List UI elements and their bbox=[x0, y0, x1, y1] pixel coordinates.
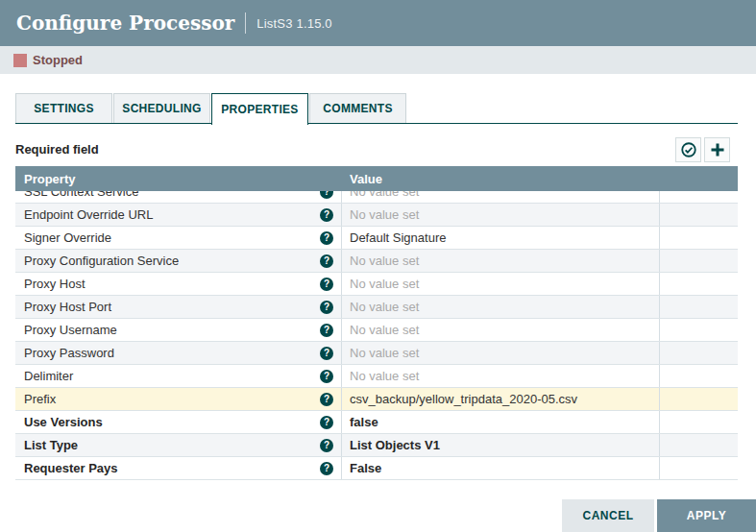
required-field-label: Required field bbox=[15, 142, 99, 157]
property-name: Requester Pays bbox=[15, 461, 320, 475]
row-extra-cell bbox=[659, 296, 738, 318]
property-name-cell: Proxy Configuration Service? bbox=[15, 250, 341, 272]
plus-icon bbox=[709, 141, 726, 158]
table-row: Signer Override?Default Signature bbox=[15, 227, 738, 250]
property-name: Signer Override bbox=[15, 230, 320, 245]
property-name-cell: Requester Pays? bbox=[15, 457, 341, 479]
help-icon[interactable]: ? bbox=[320, 370, 333, 383]
tab-settings[interactable]: SETTINGS bbox=[15, 93, 112, 123]
help-icon[interactable]: ? bbox=[320, 416, 333, 429]
dialog-tabs: SETTINGSSCHEDULINGPROPERTIESCOMMENTS bbox=[15, 93, 407, 125]
processor-name-version: ListS3 1.15.0 bbox=[256, 16, 332, 31]
property-name-cell: Proxy Password? bbox=[15, 342, 341, 364]
property-value[interactable]: No value set bbox=[341, 273, 659, 295]
row-extra-cell bbox=[659, 342, 738, 364]
property-name-cell: List Type? bbox=[15, 434, 341, 456]
property-name-cell: Delimiter? bbox=[15, 365, 341, 387]
add-property-button[interactable] bbox=[704, 137, 730, 162]
property-value[interactable]: List Objects V1 bbox=[341, 434, 659, 456]
row-extra-cell bbox=[659, 319, 738, 341]
property-value[interactable]: No value set bbox=[341, 204, 659, 226]
help-icon[interactable]: ? bbox=[320, 231, 333, 245]
help-icon[interactable]: ? bbox=[320, 208, 333, 222]
row-extra-cell bbox=[659, 411, 738, 433]
property-name: SSL Context Service bbox=[15, 191, 320, 199]
help-icon[interactable]: ? bbox=[320, 347, 333, 360]
property-name-cell: Endpoint Override URL? bbox=[15, 204, 341, 226]
row-extra-cell bbox=[659, 204, 738, 226]
property-name-cell: Signer Override? bbox=[15, 227, 341, 249]
help-icon[interactable]: ? bbox=[320, 393, 333, 406]
property-name: Delimiter bbox=[15, 369, 320, 383]
dialog-title: Configure Processor bbox=[16, 12, 234, 35]
stopped-status-icon bbox=[13, 54, 27, 67]
property-name: Proxy Username bbox=[15, 323, 320, 337]
property-name: Use Versions bbox=[15, 415, 320, 429]
property-name: Prefix bbox=[15, 392, 320, 406]
cancel-button[interactable]: CANCEL bbox=[562, 499, 654, 532]
property-value[interactable]: No value set bbox=[341, 319, 659, 341]
table-row: Proxy Username?No value set bbox=[15, 319, 738, 342]
status-label: Stopped bbox=[33, 53, 83, 67]
property-name: Proxy Host Port bbox=[15, 300, 320, 314]
dialog-titlebar: Configure Processor ListS3 1.15.0 bbox=[0, 0, 756, 46]
row-extra-cell bbox=[659, 191, 738, 203]
property-value[interactable]: No value set bbox=[341, 365, 659, 387]
property-name-cell: SSL Context Service? bbox=[15, 191, 341, 203]
table-row: Use Versions?false bbox=[15, 411, 738, 434]
property-column-header: Property bbox=[15, 172, 75, 186]
help-icon[interactable]: ? bbox=[320, 324, 333, 337]
verify-properties-button[interactable] bbox=[675, 137, 701, 162]
property-value[interactable]: No value set bbox=[341, 342, 659, 364]
row-extra-cell bbox=[659, 388, 738, 410]
row-extra-cell bbox=[659, 434, 738, 456]
table-row: SSL Context Service?No value set bbox=[15, 191, 738, 204]
properties-table-body[interactable]: SSL Context Service?No value setEndpoint… bbox=[15, 191, 738, 480]
property-name: Proxy Configuration Service bbox=[15, 254, 320, 268]
property-name: Proxy Password bbox=[15, 346, 320, 360]
property-value[interactable]: No value set bbox=[341, 191, 659, 203]
properties-table-header: Property Value bbox=[15, 166, 738, 191]
table-row: Prefix?csv_backup/yellow_tripdata_2020-0… bbox=[15, 388, 738, 411]
property-value[interactable]: false bbox=[341, 411, 659, 433]
tab-scheduling[interactable]: SCHEDULING bbox=[113, 93, 210, 123]
property-value[interactable]: No value set bbox=[341, 296, 659, 318]
property-name-cell: Use Versions? bbox=[15, 411, 341, 433]
property-name-cell: Proxy Username? bbox=[15, 319, 341, 341]
table-row: Endpoint Override URL?No value set bbox=[15, 204, 738, 227]
table-row: Requester Pays?False bbox=[15, 457, 738, 480]
properties-toolbar bbox=[675, 137, 730, 162]
property-name-cell: Proxy Host? bbox=[15, 273, 341, 295]
property-name-cell: Proxy Host Port? bbox=[15, 296, 341, 318]
row-extra-cell bbox=[659, 250, 738, 272]
row-extra-cell bbox=[659, 365, 738, 387]
tab-properties[interactable]: PROPERTIES bbox=[211, 93, 308, 125]
property-value[interactable]: False bbox=[341, 457, 659, 479]
help-icon[interactable]: ? bbox=[320, 462, 333, 475]
property-name: Endpoint Override URL bbox=[15, 207, 320, 222]
apply-button[interactable]: APPLY bbox=[657, 499, 756, 532]
tab-comments[interactable]: COMMENTS bbox=[309, 93, 406, 123]
property-value[interactable]: No value set bbox=[341, 250, 659, 272]
property-value[interactable]: csv_backup/yellow_tripdata_2020-05.csv bbox=[341, 388, 659, 410]
row-extra-cell bbox=[659, 227, 738, 249]
table-row: Proxy Host Port?No value set bbox=[15, 296, 738, 319]
table-row: Proxy Password?No value set bbox=[15, 342, 738, 365]
property-value[interactable]: Default Signature bbox=[341, 227, 659, 249]
help-icon[interactable]: ? bbox=[320, 301, 333, 314]
help-icon[interactable]: ? bbox=[320, 439, 333, 452]
table-row: List Type?List Objects V1 bbox=[15, 434, 738, 457]
help-icon[interactable]: ? bbox=[320, 278, 333, 291]
property-name: List Type bbox=[15, 438, 320, 452]
property-name: Proxy Host bbox=[15, 277, 320, 291]
row-extra-cell bbox=[659, 273, 738, 295]
value-column-header: Value bbox=[350, 172, 382, 186]
row-extra-cell bbox=[659, 457, 738, 479]
help-icon[interactable]: ? bbox=[320, 254, 333, 268]
table-row: Proxy Host?No value set bbox=[15, 273, 738, 296]
table-row: Proxy Configuration Service?No value set bbox=[15, 250, 738, 273]
title-divider bbox=[245, 12, 246, 34]
help-icon[interactable]: ? bbox=[320, 191, 333, 199]
property-name-cell: Prefix? bbox=[15, 388, 341, 410]
table-row: Delimiter?No value set bbox=[15, 365, 738, 388]
